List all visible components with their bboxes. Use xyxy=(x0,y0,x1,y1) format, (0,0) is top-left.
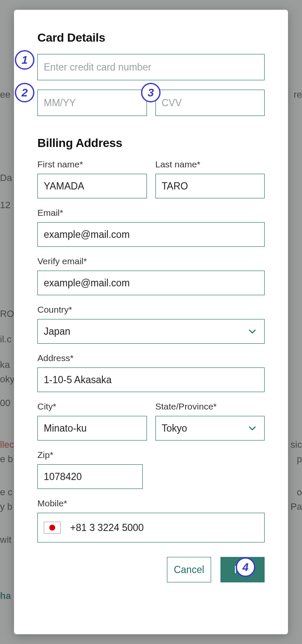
first-name-input[interactable] xyxy=(37,174,147,198)
card-number-input[interactable] xyxy=(37,54,265,80)
card-cvv-input[interactable] xyxy=(155,90,265,116)
annotation-4: 4 xyxy=(236,557,255,577)
last-name-input[interactable] xyxy=(155,174,265,198)
zip-input[interactable] xyxy=(37,464,143,489)
zip-label: Zip* xyxy=(37,450,143,460)
card-expiry-input[interactable] xyxy=(37,90,147,116)
state-select[interactable] xyxy=(155,416,265,441)
annotation-1: 1 xyxy=(15,50,34,70)
verify-email-input[interactable] xyxy=(37,271,265,295)
mobile-input[interactable] xyxy=(70,522,258,534)
country-select[interactable] xyxy=(37,319,265,344)
state-label: State/Province* xyxy=(155,401,265,412)
city-input[interactable] xyxy=(37,416,147,441)
annotation-2: 2 xyxy=(15,83,34,102)
japan-flag-icon[interactable] xyxy=(44,522,61,534)
billing-address-heading: Billing Address xyxy=(37,136,265,150)
country-label: Country* xyxy=(37,305,265,315)
payment-modal: Card Details Billing Address First name*… xyxy=(14,10,288,634)
address-label: Address* xyxy=(37,353,265,363)
mobile-label: Mobile* xyxy=(37,498,265,508)
last-name-label: Last name* xyxy=(155,159,265,169)
email-input[interactable] xyxy=(37,222,265,247)
mobile-input-wrap[interactable] xyxy=(37,513,265,542)
annotation-3: 3 xyxy=(141,83,161,102)
verify-email-label: Verify email* xyxy=(37,256,265,266)
first-name-label: First name* xyxy=(37,159,147,169)
email-label: Email* xyxy=(37,208,265,218)
address-input[interactable] xyxy=(37,367,265,392)
cancel-button[interactable]: Cancel xyxy=(167,557,211,582)
card-details-heading: Card Details xyxy=(37,31,265,45)
city-label: City* xyxy=(37,401,147,412)
